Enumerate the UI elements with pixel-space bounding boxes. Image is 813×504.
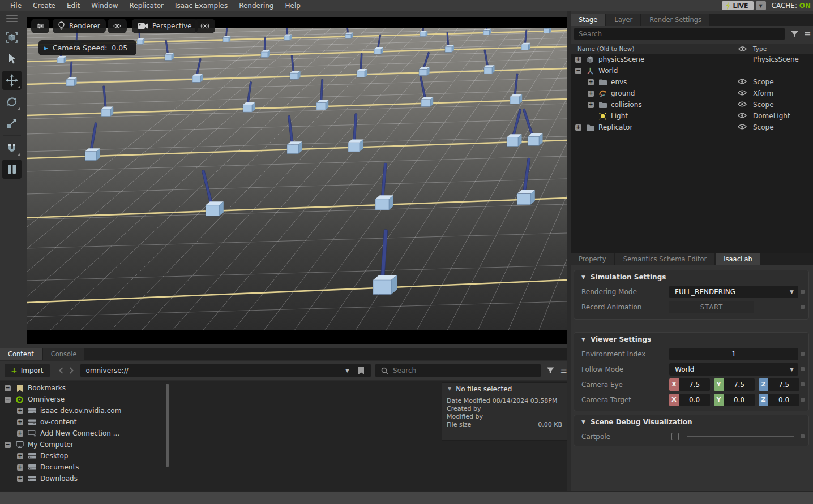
- menu-item-file[interactable]: File: [5, 2, 27, 10]
- camera-eye-x-input[interactable]: 7.5: [679, 378, 710, 391]
- move-tool-button[interactable]: [2, 71, 22, 90]
- details-header[interactable]: ▼ No files selected: [442, 383, 567, 395]
- tab-isaaclab[interactable]: IsaacLab: [716, 253, 760, 265]
- live-dropdown-button[interactable]: ▼: [756, 1, 766, 10]
- stage-search-input[interactable]: Search: [574, 28, 785, 40]
- reset-property-button[interactable]: [801, 398, 805, 402]
- collapse-icon[interactable]: −: [5, 397, 11, 403]
- scene-debug-header[interactable]: ▼ Scene Debug Visualization: [574, 415, 808, 429]
- expand-icon[interactable]: +: [17, 430, 23, 437]
- collapse-icon[interactable]: −: [575, 68, 581, 74]
- snap-tool-button[interactable]: [2, 138, 22, 157]
- simulation-settings-header[interactable]: ▼ Simulation Settings: [574, 270, 808, 284]
- stage-options-icon[interactable]: ≡: [804, 30, 811, 38]
- tree-item-label[interactable]: isaac-dev.ov.nvidia.com: [40, 407, 121, 415]
- column-type[interactable]: Type: [753, 45, 767, 52]
- tree-row-light[interactable]: +LightDomeLight: [571, 110, 813, 122]
- import-button[interactable]: + Import: [5, 364, 50, 377]
- expand-icon[interactable]: +: [17, 453, 23, 459]
- tab-layer[interactable]: Layer: [606, 14, 640, 26]
- reset-property-button[interactable]: [801, 367, 805, 371]
- renderer-dropdown[interactable]: Renderer: [53, 19, 106, 33]
- collapse-icon[interactable]: −: [5, 442, 11, 448]
- reset-property-button[interactable]: [801, 382, 805, 386]
- tree-item-label[interactable]: Documents: [40, 463, 79, 471]
- back-icon[interactable]: [59, 367, 63, 374]
- tree-row-ground[interactable]: +groundXform: [571, 88, 813, 99]
- record-start-button[interactable]: START: [669, 301, 754, 313]
- viewer-settings-header[interactable]: ▼ Viewer Settings: [574, 333, 808, 346]
- menu-item-isaac-examples[interactable]: Isaac Examples: [169, 2, 233, 10]
- tree-item-label[interactable]: envs: [611, 78, 627, 86]
- expand-icon[interactable]: +: [17, 408, 23, 414]
- visibility-eye-icon[interactable]: [736, 101, 748, 109]
- tree-item-label[interactable]: My Computer: [28, 441, 74, 449]
- tab-property[interactable]: Property: [571, 253, 614, 265]
- reset-property-button[interactable]: [801, 352, 805, 356]
- content-options-icon[interactable]: ≡: [560, 367, 567, 375]
- column-name[interactable]: Name (Old to New): [577, 45, 634, 52]
- path-input[interactable]: omniverse:// ▼: [80, 364, 371, 377]
- menu-item-rendering[interactable]: Rendering: [233, 2, 279, 10]
- tree-item-label[interactable]: physicsScene: [598, 55, 644, 63]
- live-button[interactable]: LIVE: [722, 1, 753, 10]
- tree-item-label[interactable]: Omniverse: [28, 395, 65, 403]
- reset-property-button[interactable]: [801, 290, 805, 294]
- tab-console[interactable]: Console: [43, 348, 85, 360]
- reset-property-button[interactable]: [801, 305, 805, 309]
- capture-button[interactable]: [195, 19, 215, 33]
- content-search-input[interactable]: Search: [375, 364, 541, 377]
- menu-item-replicator[interactable]: Replicator: [124, 2, 169, 10]
- expand-icon[interactable]: +: [17, 419, 23, 425]
- visibility-eye-icon[interactable]: [736, 123, 748, 131]
- tab-stage[interactable]: Stage: [571, 14, 605, 26]
- expand-icon[interactable]: +: [575, 57, 581, 63]
- filter-icon[interactable]: [790, 30, 799, 38]
- expand-icon[interactable]: +: [588, 79, 594, 85]
- rendering-mode-dropdown[interactable]: FULL_RENDERING ▼: [669, 286, 798, 298]
- tree-item-label[interactable]: Light: [611, 112, 628, 120]
- tree-item-label[interactable]: ov-content: [40, 418, 76, 426]
- tree-row-bookmarks[interactable]: −Bookmarks: [0, 382, 170, 394]
- tree-row-downloads[interactable]: +Downloads: [0, 473, 170, 484]
- stage-tree-header[interactable]: Name (Old to New) Type: [571, 44, 813, 54]
- menu-item-help[interactable]: Help: [279, 2, 306, 10]
- frame-selection-button[interactable]: [2, 28, 22, 47]
- tree-row-world[interactable]: −World: [571, 65, 813, 76]
- camera-target-x-input[interactable]: 0.0: [679, 394, 710, 406]
- viewport[interactable]: Renderer Perspective ▶ Camera Speed: 0.0…: [27, 17, 567, 344]
- visibility-eye-icon[interactable]: [736, 112, 748, 120]
- tab-semantics-schema-editor[interactable]: Semantics Schema Editor: [615, 253, 715, 265]
- menu-item-edit[interactable]: Edit: [61, 2, 85, 10]
- tree-row-add-new-connection-[interactable]: +Add New Connection ...: [0, 428, 170, 439]
- tree-row-isaac-dev-ov-nvidia-com[interactable]: +isaac-dev.ov.nvidia.com: [0, 405, 170, 416]
- menu-item-window[interactable]: Window: [85, 2, 123, 10]
- camera-eye-z-input[interactable]: 7.5: [768, 378, 799, 391]
- tree-row-documents[interactable]: +Documents: [0, 462, 170, 473]
- tree-row-desktop[interactable]: +Desktop: [0, 450, 170, 462]
- tree-item-label[interactable]: Downloads: [40, 475, 78, 483]
- tree-row-physicsscene[interactable]: +physicsScenePhysicsScene: [571, 54, 813, 65]
- tree-item-label[interactable]: Bookmarks: [28, 384, 66, 392]
- expand-icon[interactable]: +: [588, 91, 594, 97]
- visibility-eye-icon[interactable]: [736, 78, 748, 86]
- tree-item-label[interactable]: ground: [611, 89, 635, 97]
- tree-row-collisions[interactable]: +collisionsScope: [571, 99, 813, 110]
- select-tool-button[interactable]: [2, 49, 22, 68]
- camera-eye-y-input[interactable]: 7.5: [724, 378, 755, 391]
- tree-row-ov-content[interactable]: +ov-content: [0, 416, 170, 428]
- visibility-eye-icon[interactable]: [736, 89, 748, 97]
- bookmark-icon[interactable]: [358, 367, 364, 374]
- tree-item-label[interactable]: Desktop: [40, 452, 69, 460]
- rotate-tool-button[interactable]: [2, 92, 22, 111]
- viewport-settings-button[interactable]: [31, 19, 49, 33]
- tree-row-replicator[interactable]: +ReplicatorScope: [571, 122, 813, 133]
- environment-index-input[interactable]: 1: [669, 348, 798, 360]
- tree-item-label[interactable]: collisions: [611, 101, 642, 109]
- tree-row-envs[interactable]: +envsScope: [571, 76, 813, 88]
- reset-property-button[interactable]: [801, 434, 805, 438]
- camera-dropdown[interactable]: Perspective: [132, 19, 198, 33]
- tree-row-my-computer[interactable]: −My Computer: [0, 439, 170, 450]
- scale-tool-button[interactable]: [2, 114, 22, 133]
- collapse-icon[interactable]: −: [5, 385, 11, 391]
